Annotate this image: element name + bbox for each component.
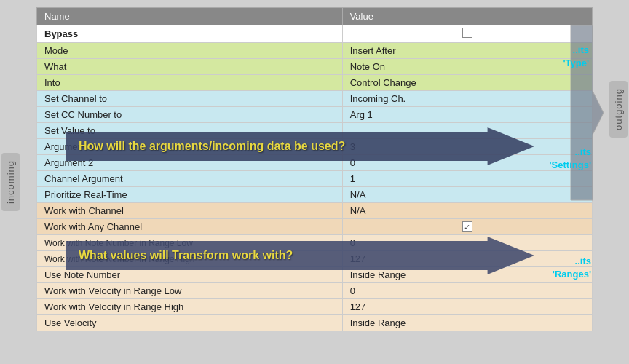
- row-name: Prioritize Real-Time: [37, 187, 343, 203]
- table-row: Use Note Number Inside Range: [37, 267, 593, 283]
- settings-label: ..its 'Settings': [550, 146, 591, 172]
- table-row: Work with Note Number in Range High 127: [37, 251, 593, 267]
- table-row: Work with Velocity in Range High 127: [37, 299, 593, 315]
- col-header-name: Name: [37, 8, 343, 25]
- row-value: [342, 25, 592, 43]
- row-name: Use Note Number: [37, 267, 343, 283]
- row-name: Work with Note Number in Range High: [37, 251, 343, 267]
- table-wrapper: Name Value Bypass Mode Insert After: [36, 7, 593, 357]
- table-row: Argument 1 3: [37, 139, 593, 155]
- table-row: Argument 2 0: [37, 155, 593, 171]
- table-row: Set CC Number to Arg 1: [37, 107, 593, 123]
- table-row: Work with Note Number in Range Low 0: [37, 235, 593, 251]
- row-value: Control Change: [342, 75, 592, 91]
- row-name: Into: [37, 75, 343, 91]
- outgoing-label: outgoing: [609, 81, 628, 138]
- row-value: 1: [342, 171, 592, 187]
- table-header-row: Name Value: [37, 8, 593, 25]
- row-name: Set Channel to: [37, 91, 343, 107]
- row-value: 0: [342, 235, 592, 251]
- row-name: Set Value to: [37, 123, 343, 139]
- row-name: Argument 1: [37, 139, 343, 155]
- row-name: Bypass: [37, 25, 343, 43]
- table-row: Prioritize Real-Time N/A: [37, 187, 593, 203]
- row-value: N/A: [342, 187, 592, 203]
- row-name: Use Velocity: [37, 315, 343, 331]
- ranges-label: ..its 'Ranges': [553, 255, 591, 281]
- table-row: Work with Velocity in Range Low 0: [37, 283, 593, 299]
- row-value: Arg 1: [342, 107, 592, 123]
- table-row: What Note On: [37, 59, 593, 75]
- table-row: Bypass: [37, 25, 593, 43]
- table-row: Channel Argument 1: [37, 171, 593, 187]
- row-name: Mode: [37, 43, 343, 59]
- main-container: incoming outgoing Name Value Bypass: [0, 0, 629, 364]
- row-value: Insert After: [342, 43, 592, 59]
- row-value: N/A: [342, 203, 592, 219]
- table-row: Use Velocity Inside Range: [37, 315, 593, 331]
- table-row: Set Value to: [37, 123, 593, 139]
- table-row: Set Channel to Incoming Ch.: [37, 91, 593, 107]
- row-name: Work with Velocity in Range Low: [37, 283, 343, 299]
- row-value: Incoming Ch.: [342, 91, 592, 107]
- type-label: ..its 'Type': [563, 44, 589, 70]
- table-row: Into Control Change: [37, 75, 593, 91]
- table-row: Mode Insert After: [37, 43, 593, 59]
- row-value: ✓: [342, 219, 592, 235]
- row-value: 0: [342, 283, 592, 299]
- row-name: Set CC Number to: [37, 107, 343, 123]
- row-name: Work with Velocity in Range High: [37, 299, 343, 315]
- bypass-checkbox[interactable]: [462, 28, 472, 38]
- table-row: Work with Any Channel ✓: [37, 219, 593, 235]
- row-name: Work with Any Channel: [37, 219, 343, 235]
- incoming-label: incoming: [1, 153, 20, 211]
- col-header-value: Value: [342, 8, 592, 25]
- row-name: Channel Argument: [37, 171, 343, 187]
- table-row: Work with Channel N/A: [37, 203, 593, 219]
- data-table: Name Value Bypass Mode Insert After: [36, 7, 593, 331]
- row-value: Note On: [342, 59, 592, 75]
- row-name: Work with Channel: [37, 203, 343, 219]
- row-name: Argument 2: [37, 155, 343, 171]
- row-value: 127: [342, 299, 592, 315]
- row-name: What: [37, 59, 343, 75]
- row-value: Inside Range: [342, 315, 592, 331]
- row-value: [342, 123, 592, 139]
- row-name: Work with Note Number in Range Low: [37, 235, 343, 251]
- any-channel-checkbox[interactable]: ✓: [462, 221, 472, 232]
